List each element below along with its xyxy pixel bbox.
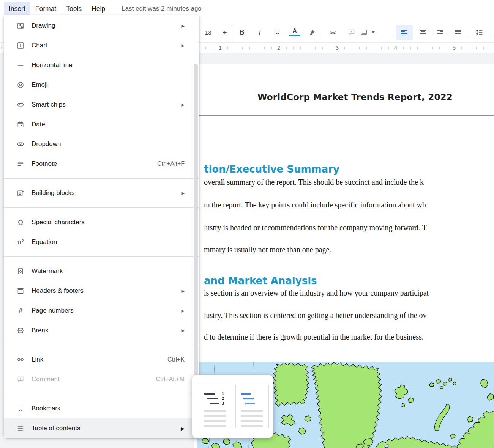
menu-item-equation[interactable]: π² Equation (4, 232, 199, 252)
submenu-arrow-icon: ▶ (181, 426, 185, 431)
highlight-color-button[interactable] (305, 22, 319, 42)
increase-font-size-button[interactable]: + (218, 25, 232, 40)
toc-link-bar (241, 393, 251, 395)
submenu-arrow-icon: ▶ (182, 191, 185, 196)
toc-text-line (204, 410, 226, 412)
building-blocks-icon (17, 189, 24, 197)
menu-item-bookmark[interactable]: Bookmark (4, 399, 199, 418)
headers-footers-icon (17, 287, 24, 295)
menu-separator (4, 207, 199, 208)
body-line: m the report. The key points could inclu… (204, 201, 426, 209)
toc-option-with-page-numbers[interactable]: 1 2 3 (199, 385, 232, 428)
menu-help[interactable]: Help (87, 2, 110, 16)
menu-separator (4, 256, 199, 257)
align-justify-button[interactable] (450, 25, 466, 40)
menu-format[interactable]: Format (30, 2, 61, 16)
bookmark-icon (17, 405, 24, 412)
menu-item-comment: Comment Ctrl+Alt+M (4, 369, 199, 389)
menu-insert[interactable]: Insert (4, 2, 30, 16)
menu-item-special-characters[interactable]: Ω Special characters (4, 212, 199, 232)
insert-image-button[interactable] (357, 22, 371, 42)
menu-item-page-numbers[interactable]: # Page numbers ▶ (4, 301, 199, 321)
ruler-mark: 2 (276, 45, 282, 51)
body-line: lustry. This section is centered on gett… (204, 311, 427, 320)
watermark-icon (17, 267, 24, 275)
footnote-icon (17, 160, 24, 168)
menu-separator (4, 178, 199, 179)
heading-market-analysis: and Market Analysis (204, 275, 317, 286)
ruler-mark: 5 (451, 45, 457, 51)
menu-item-drawing[interactable]: Drawing ▶ (4, 16, 199, 36)
toc-submenu: 1 2 3 (192, 375, 273, 438)
line-spacing-button[interactable] (472, 22, 486, 42)
toc-heading-bar (210, 403, 219, 404)
menu-item-headers-footers[interactable]: Headers & footers ▶ (4, 281, 199, 301)
app-window: WorldCorp Market Trends Report, 2022 tio… (0, 0, 494, 448)
smart-chips-icon (17, 101, 24, 108)
header-divider (197, 115, 494, 116)
dropdown-icon (17, 140, 24, 148)
menu-item-footnote[interactable]: Footnote Ctrl+Alt+F (4, 154, 199, 174)
align-left-icon (401, 29, 408, 36)
menu-item-break[interactable]: Break ▶ (4, 321, 199, 340)
shortcut-label: Ctrl+K (167, 356, 185, 363)
toc-text-line (241, 410, 263, 412)
table-of-contents-icon (17, 424, 24, 432)
date-icon (17, 121, 24, 128)
menu-item-dropdown[interactable]: Dropdown (4, 134, 199, 154)
equation-icon: π² (17, 238, 24, 246)
toolbar-divider (392, 27, 392, 37)
page-number-digit: 1 (222, 392, 224, 396)
align-center-button[interactable] (415, 25, 431, 40)
shortcut-label: Ctrl+Alt+F (157, 160, 185, 167)
menu-tools[interactable]: Tools (61, 2, 87, 16)
body-line: is section is an overview of the industr… (204, 289, 429, 297)
toolbar-divider (468, 27, 468, 37)
chart-icon (17, 42, 24, 49)
toc-link-bar (243, 398, 254, 399)
chevron-down-icon (372, 31, 375, 33)
menu-item-table-of-contents[interactable]: Table of contents ▶ (4, 418, 199, 438)
toc-link-bar (245, 403, 255, 404)
ruler-mark: 4 (393, 45, 399, 51)
special-characters-icon: Ω (17, 218, 24, 226)
insert-menu: Drawing ▶ Chart ▶ Horizontal line Emoji … (4, 15, 199, 437)
menu-item-emoji[interactable]: Emoji (4, 75, 199, 95)
insert-link-button[interactable] (326, 22, 340, 42)
text-color-icon: A (289, 28, 300, 37)
body-line: mmary is usually not more than one page. (204, 245, 331, 254)
align-right-icon (437, 29, 444, 36)
menu-item-link[interactable]: Link Ctrl+K (4, 350, 199, 369)
menu-item-horizontal-line[interactable]: Horizontal line (4, 55, 199, 75)
break-icon (17, 327, 24, 334)
shortcut-label: Ctrl+Alt+M (156, 376, 185, 383)
emoji-icon (17, 81, 24, 89)
horizontal-line-icon (17, 61, 24, 69)
menu-item-building-blocks[interactable]: Building blocks ▶ (4, 183, 199, 203)
menu-item-watermark[interactable]: Watermark (4, 261, 199, 281)
underline-button[interactable]: U (271, 22, 284, 42)
align-left-button[interactable] (396, 25, 413, 40)
submenu-arrow-icon: ▶ (182, 308, 185, 313)
toc-option-with-blue-links[interactable] (235, 385, 269, 428)
toc-text-line (204, 420, 226, 422)
comment-icon (348, 28, 355, 36)
drawing-icon (17, 22, 24, 30)
align-justify-icon (454, 29, 462, 36)
menu-item-chart[interactable]: Chart ▶ (4, 36, 199, 55)
bold-button[interactable]: B (235, 22, 249, 42)
align-right-button[interactable] (432, 25, 449, 40)
italic-button[interactable]: I (253, 22, 267, 42)
last-edit-link[interactable]: Last edit was 2 minutes ago (122, 5, 202, 13)
toc-text-line (241, 425, 263, 427)
menu-item-date[interactable]: Date (4, 115, 199, 134)
submenu-arrow-icon: ▶ (182, 43, 185, 48)
insert-comment-button[interactable] (345, 22, 358, 42)
insert-image-dropdown[interactable] (371, 22, 376, 42)
toolbar-divider (492, 27, 492, 37)
submenu-arrow-icon: ▶ (182, 289, 185, 294)
font-size-value[interactable]: 13 (197, 25, 219, 40)
toc-text-line (241, 415, 263, 417)
menu-item-smart-chips[interactable]: Smart chips ▶ (4, 95, 199, 115)
text-color-button[interactable]: A (288, 22, 301, 42)
